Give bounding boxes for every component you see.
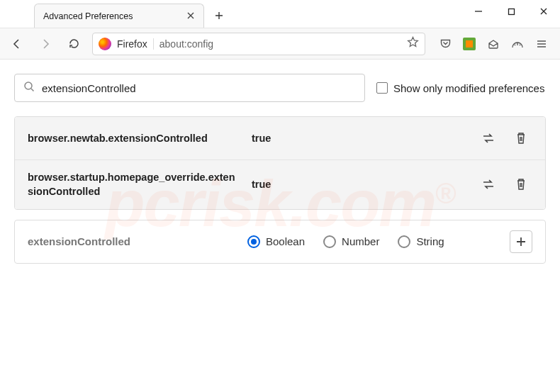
search-box[interactable] [14,74,365,102]
checkbox-icon[interactable] [376,82,388,94]
delete-button[interactable] [510,127,532,150]
add-pref-name: extensionControlled [28,235,233,247]
pref-name: browser.startup.homepage_override.extens… [28,170,240,199]
new-tab-button[interactable] [207,4,231,28]
forward-button[interactable] [35,34,55,54]
pref-row[interactable]: browser.newtab.extensionControlled true [15,117,545,160]
firefox-logo-icon [99,38,111,50]
svg-rect-0 [508,9,514,14]
tab-title: Advanced Preferences [43,11,179,21]
add-pref-row: extensionControlled Boolean Number Strin… [14,220,546,264]
back-button[interactable] [7,34,27,54]
svg-point-1 [25,82,32,89]
pref-row[interactable]: browser.startup.homepage_override.extens… [15,160,545,209]
type-radio-group: Boolean Number String [247,235,495,248]
pref-value: true [252,133,466,144]
toggle-button[interactable] [477,127,500,150]
url-text: about:config [159,38,401,50]
search-input[interactable] [42,82,356,94]
toolbar-icons [434,37,553,51]
minimize-button[interactable] [462,0,495,23]
pref-actions [477,173,532,196]
maximize-button[interactable] [495,0,527,23]
radio-icon [398,235,410,248]
preferences-table: browser.newtab.extensionControlled true … [14,116,546,210]
radio-string[interactable]: String [398,235,444,248]
radio-icon [247,235,260,248]
window-controls [462,0,560,23]
mail-icon[interactable] [486,37,500,51]
pocket-icon[interactable] [438,37,452,51]
radio-number[interactable]: Number [323,235,379,248]
browser-tab[interactable]: Advanced Preferences [34,4,204,28]
radio-boolean[interactable]: Boolean [247,235,305,248]
radio-label: String [416,235,444,247]
show-modified-toggle[interactable]: Show only modified preferences [376,82,544,94]
content: Show only modified preferences browser.n… [0,60,560,278]
checkbox-label: Show only modified preferences [393,82,544,94]
search-icon [23,81,35,95]
search-row: Show only modified preferences [14,74,546,102]
close-window-button[interactable] [527,0,560,23]
toggle-button[interactable] [477,173,500,196]
pref-actions [477,127,532,150]
close-icon[interactable] [186,10,195,23]
url-bar[interactable]: Firefox about:config [92,33,425,55]
reload-button[interactable] [64,34,84,54]
pref-name: browser.newtab.extensionControlled [28,131,240,145]
delete-button[interactable] [510,173,532,196]
url-context: Firefox [117,38,154,50]
toolbar: Firefox about:config [0,28,560,60]
radio-label: Number [342,235,379,247]
radio-label: Boolean [266,235,305,247]
radio-icon [323,235,336,248]
title-bar: Advanced Preferences [0,0,560,28]
extension-icon[interactable] [462,37,476,51]
menu-icon[interactable] [534,37,549,51]
add-button[interactable] [510,230,532,253]
dashboard-icon[interactable] [510,37,525,51]
pref-value: true [252,179,466,190]
bookmark-star-icon[interactable] [407,36,419,51]
